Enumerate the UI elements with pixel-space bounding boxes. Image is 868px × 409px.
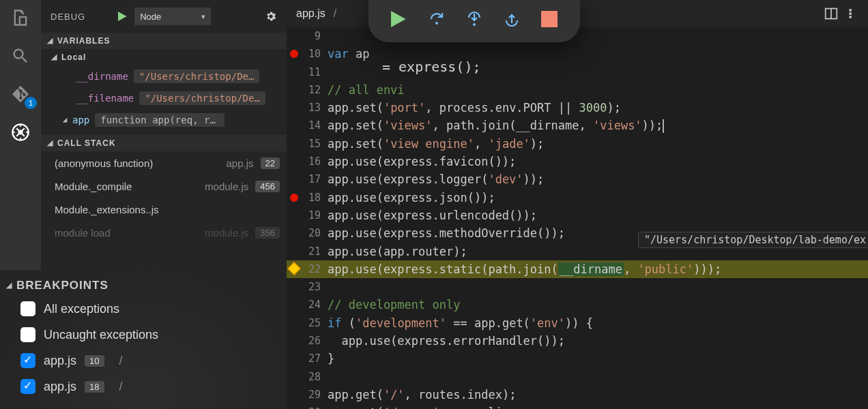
split-editor-icon[interactable] — [824, 7, 838, 20]
sidebar-title: DEBUG — [50, 12, 85, 22]
callstack-row[interactable]: Module._extensions..js — [41, 198, 287, 221]
code-line[interactable]: 14app.set('views', path.join(__dirname, … — [287, 117, 868, 134]
svg-point-8 — [473, 23, 476, 26]
step-out-icon[interactable] — [504, 11, 520, 27]
code-line[interactable]: 22app.use(express.static(path.join(__dir… — [287, 260, 868, 278]
svg-rect-5 — [850, 12, 852, 14]
code-line[interactable]: 27} — [287, 350, 868, 367]
breakpoint-row[interactable]: app.js10/ — [0, 348, 287, 374]
more-icon[interactable] — [848, 7, 861, 20]
tab-appjs[interactable]: app.js — [293, 7, 328, 20]
checkbox-icon[interactable] — [20, 353, 35, 368]
code-line[interactable]: 23 — [287, 278, 868, 296]
breakpoint-row[interactable]: All exceptions — [0, 296, 287, 322]
svg-point-7 — [435, 22, 438, 25]
code-line[interactable]: 19app.use(express.urlencoded()); — [287, 207, 868, 224]
svg-point-1 — [18, 130, 23, 135]
variable-row[interactable]: ◢ app function app(req, res, ne... — [41, 109, 287, 131]
debug-config-select[interactable]: Node — [134, 7, 211, 25]
code-line[interactable]: 30app get('/users' user li — [287, 404, 868, 409]
git-icon-wrapper[interactable]: 1 — [11, 85, 30, 104]
inline-value-display: = express(); — [382, 59, 481, 75]
svg-rect-4 — [850, 9, 852, 11]
callstack-row[interactable]: module loadmodule.js356 — [41, 221, 287, 244]
code-line[interactable]: 11 — [287, 63, 868, 81]
gear-icon[interactable] — [265, 10, 277, 22]
variables-section-header[interactable]: ◢VARIABLES — [41, 33, 287, 49]
code-line[interactable]: 26 app.use(express.errorHandler()); — [287, 332, 868, 350]
checkbox-icon[interactable] — [20, 301, 35, 316]
stop-icon[interactable] — [541, 11, 558, 27]
code-line[interactable]: 29app.get('/', routes.index); — [287, 386, 868, 404]
step-into-icon[interactable] — [466, 11, 482, 27]
svg-rect-9 — [541, 11, 558, 27]
code-view[interactable]: 910var ap1112// all envi13app.set('port'… — [287, 27, 868, 409]
git-badge: 1 — [25, 97, 37, 109]
breakpoints-section-header[interactable]: ◢BREAKPOINTS — [0, 275, 287, 296]
svg-rect-6 — [850, 16, 852, 18]
code-line[interactable]: 18app.use(express.json()); — [287, 189, 868, 207]
tab-sep: / — [331, 7, 339, 20]
hover-tooltip: "/Users/christop/Desktop/lab-demo/ex — [638, 232, 868, 248]
code-line[interactable]: 28 — [287, 368, 868, 386]
code-line[interactable]: 10var ap — [287, 45, 868, 63]
checkbox-icon[interactable] — [20, 379, 35, 394]
callstack-row[interactable]: (anonymous function)app.js22 — [41, 151, 287, 175]
code-line[interactable]: 17app.use(express.logger('dev')); — [287, 170, 868, 188]
checkbox-icon[interactable] — [20, 327, 35, 342]
callstack-row[interactable]: Module._compilemodule.js456 — [41, 175, 287, 198]
variable-row[interactable]: __filename "/Users/christop/De… — [41, 87, 287, 109]
start-debug-icon[interactable] — [118, 12, 128, 21]
code-line[interactable]: 15app.set('view engine', 'jade'); — [287, 135, 868, 153]
breakpoint-row[interactable]: app.js18/ — [0, 374, 287, 399]
code-line[interactable]: 24// development only — [287, 296, 868, 314]
editor-area: app.js / 910var ap1112// all envi13app.s… — [287, 0, 868, 409]
continue-icon[interactable] — [391, 11, 407, 27]
variable-row[interactable]: __dirname "/Users/christop/De… — [41, 65, 287, 87]
local-scope-header[interactable]: ◢Local — [41, 49, 287, 65]
code-line[interactable]: 13app.set('port', process.env.PORT || 30… — [287, 99, 868, 117]
search-icon[interactable] — [11, 46, 30, 65]
explorer-icon[interactable] — [11, 8, 30, 27]
callstack-section-header[interactable]: ◢CALL STACK — [41, 135, 287, 151]
sidebar-header: DEBUG Node — [41, 0, 287, 33]
breakpoints-panel: ◢BREAKPOINTS All exceptions Uncaught exc… — [0, 270, 287, 409]
code-line[interactable]: 16app.use(express.favicon()); — [287, 153, 868, 170]
code-line[interactable]: 25if ('development' == app.get('env')) { — [287, 314, 868, 332]
step-over-icon[interactable] — [429, 11, 445, 27]
debug-icon[interactable] — [11, 123, 30, 142]
code-line[interactable]: 12// all envi — [287, 81, 868, 99]
breakpoint-row[interactable]: Uncaught exceptions — [0, 322, 287, 348]
debug-toolbar — [368, 0, 580, 42]
